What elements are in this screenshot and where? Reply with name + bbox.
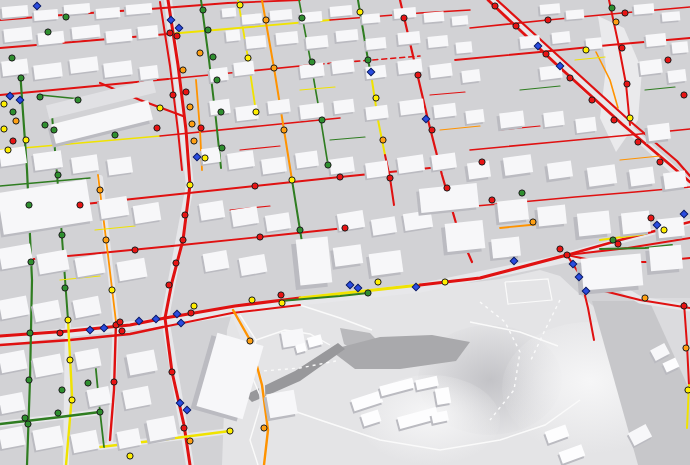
node-marker-green-circle[interactable]	[63, 14, 69, 20]
node-marker-yellow-circle[interactable]	[227, 428, 233, 434]
node-marker-red-circle[interactable]	[154, 125, 160, 131]
node-marker-green-circle[interactable]	[59, 232, 65, 238]
node-marker-green-circle[interactable]	[55, 172, 61, 178]
node-marker-green-circle[interactable]	[62, 285, 68, 291]
node-marker-yellow-circle[interactable]	[685, 387, 690, 393]
node-marker-yellow-circle[interactable]	[253, 109, 259, 115]
node-marker-orange-circle[interactable]	[613, 19, 619, 25]
node-marker-green-circle[interactable]	[26, 202, 32, 208]
node-marker-yellow-circle[interactable]	[237, 2, 243, 8]
node-marker-green-circle[interactable]	[214, 77, 220, 83]
node-marker-orange-circle[interactable]	[261, 425, 267, 431]
node-marker-yellow-circle[interactable]	[191, 303, 197, 309]
node-marker-orange-circle[interactable]	[683, 345, 689, 351]
node-marker-yellow-circle[interactable]	[583, 47, 589, 53]
node-marker-red-circle[interactable]	[57, 330, 63, 336]
node-marker-yellow-circle[interactable]	[187, 182, 193, 188]
node-marker-red-circle[interactable]	[387, 175, 393, 181]
node-marker-orange-circle[interactable]	[247, 338, 253, 344]
node-marker-red-circle[interactable]	[10, 138, 16, 144]
node-marker-yellow-circle[interactable]	[627, 115, 633, 121]
city-map-viewport[interactable]	[0, 0, 690, 465]
node-marker-yellow-circle[interactable]	[279, 300, 285, 306]
node-marker-yellow-circle[interactable]	[289, 177, 295, 183]
node-marker-red-circle[interactable]	[619, 45, 625, 51]
node-marker-orange-circle[interactable]	[271, 65, 277, 71]
node-marker-red-circle[interactable]	[615, 241, 621, 247]
node-marker-orange-circle[interactable]	[13, 118, 19, 124]
node-marker-red-circle[interactable]	[173, 260, 179, 266]
node-marker-red-circle[interactable]	[681, 92, 687, 98]
node-marker-green-circle[interactable]	[218, 109, 224, 115]
node-marker-green-circle[interactable]	[210, 54, 216, 60]
node-marker-green-circle[interactable]	[9, 55, 15, 61]
node-marker-green-circle[interactable]	[45, 29, 51, 35]
node-marker-red-circle[interactable]	[169, 369, 175, 375]
node-marker-red-circle[interactable]	[624, 81, 630, 87]
node-marker-red-circle[interactable]	[167, 30, 173, 36]
node-marker-green-circle[interactable]	[59, 387, 65, 393]
node-marker-green-circle[interactable]	[309, 59, 315, 65]
node-marker-red-circle[interactable]	[198, 125, 204, 131]
node-marker-red-circle[interactable]	[252, 183, 258, 189]
node-marker-red-circle[interactable]	[611, 117, 617, 123]
node-marker-orange-circle[interactable]	[191, 138, 197, 144]
node-marker-green-circle[interactable]	[319, 117, 325, 123]
node-marker-orange-circle[interactable]	[380, 137, 386, 143]
node-marker-yellow-circle[interactable]	[23, 137, 29, 143]
node-marker-red-circle[interactable]	[545, 17, 551, 23]
node-marker-orange-circle[interactable]	[97, 187, 103, 193]
node-marker-green-circle[interactable]	[219, 145, 225, 151]
node-marker-red-circle[interactable]	[132, 247, 138, 253]
node-marker-red-circle[interactable]	[119, 328, 125, 334]
node-marker-yellow-circle[interactable]	[157, 105, 163, 111]
node-marker-green-circle[interactable]	[26, 377, 32, 383]
node-marker-red-circle[interactable]	[257, 234, 263, 240]
node-marker-red-circle[interactable]	[429, 127, 435, 133]
node-marker-green-circle[interactable]	[28, 259, 34, 265]
node-marker-red-circle[interactable]	[77, 202, 83, 208]
node-marker-orange-circle[interactable]	[103, 237, 109, 243]
node-marker-yellow-circle[interactable]	[69, 397, 75, 403]
node-marker-red-circle[interactable]	[415, 72, 421, 78]
node-marker-green-circle[interactable]	[85, 380, 91, 386]
node-marker-orange-circle[interactable]	[642, 295, 648, 301]
node-marker-yellow-circle[interactable]	[65, 317, 71, 323]
node-marker-orange-circle[interactable]	[197, 50, 203, 56]
node-marker-yellow-circle[interactable]	[109, 287, 115, 293]
node-marker-red-circle[interactable]	[489, 197, 495, 203]
node-marker-red-circle[interactable]	[622, 10, 628, 16]
node-marker-red-circle[interactable]	[117, 319, 123, 325]
node-marker-green-circle[interactable]	[205, 27, 211, 33]
node-marker-green-circle[interactable]	[365, 290, 371, 296]
node-marker-yellow-circle[interactable]	[245, 55, 251, 61]
node-marker-green-circle[interactable]	[365, 57, 371, 63]
node-marker-red-circle[interactable]	[444, 185, 450, 191]
node-marker-green-circle[interactable]	[37, 94, 43, 100]
node-marker-red-circle[interactable]	[567, 75, 573, 81]
node-marker-green-circle[interactable]	[325, 162, 331, 168]
node-marker-red-circle[interactable]	[543, 51, 549, 57]
node-marker-green-circle[interactable]	[297, 227, 303, 233]
node-marker-yellow-circle[interactable]	[1, 101, 7, 107]
node-marker-red-circle[interactable]	[182, 212, 188, 218]
city-map-canvas[interactable]	[0, 0, 690, 465]
node-marker-green-circle[interactable]	[18, 75, 24, 81]
node-marker-orange-circle[interactable]	[263, 17, 269, 23]
node-marker-green-circle[interactable]	[51, 127, 57, 133]
node-marker-red-circle[interactable]	[111, 379, 117, 385]
node-marker-orange-circle[interactable]	[187, 104, 193, 110]
node-marker-green-circle[interactable]	[42, 122, 48, 128]
node-marker-green-circle[interactable]	[10, 109, 16, 115]
node-marker-yellow-circle[interactable]	[67, 357, 73, 363]
node-marker-orange-circle[interactable]	[180, 67, 186, 73]
node-marker-green-circle[interactable]	[22, 415, 28, 421]
node-marker-red-circle[interactable]	[337, 174, 343, 180]
node-marker-green-circle[interactable]	[299, 15, 305, 21]
node-marker-yellow-circle[interactable]	[661, 227, 667, 233]
node-marker-orange-circle[interactable]	[530, 219, 536, 225]
node-marker-green-circle[interactable]	[25, 421, 31, 427]
node-marker-red-circle[interactable]	[174, 33, 180, 39]
node-marker-red-circle[interactable]	[342, 225, 348, 231]
node-marker-green-circle[interactable]	[200, 7, 206, 13]
